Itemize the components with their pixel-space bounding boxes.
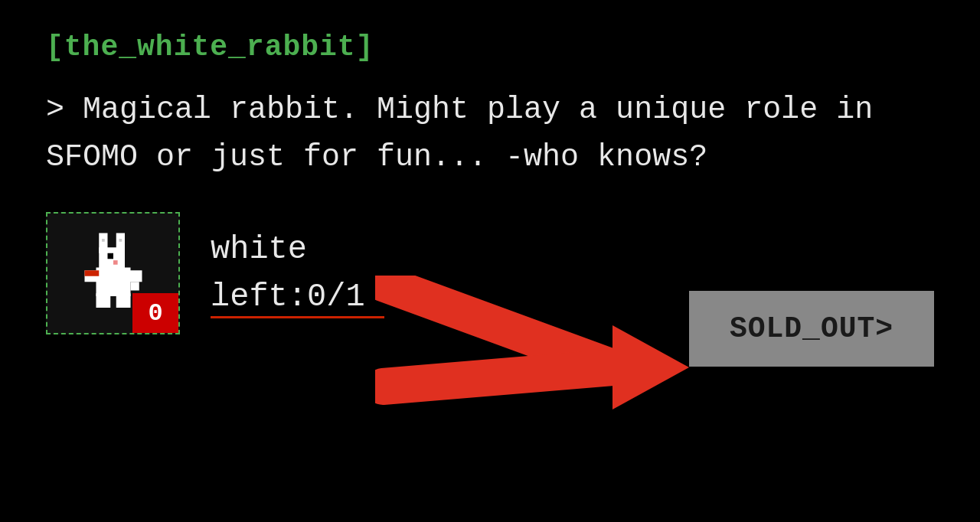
arrow-area: [375, 276, 697, 429]
svg-rect-4: [107, 253, 113, 259]
svg-rect-7: [127, 270, 142, 282]
description-text: > Magical rabbit. Might play a unique ro…: [46, 86, 934, 181]
svg-rect-11: [102, 239, 105, 242]
main-container: [the_white_rabbit] > Magical rabbit. Mig…: [0, 0, 980, 522]
svg-rect-13: [84, 270, 99, 276]
arrow-canvas: [375, 276, 697, 429]
svg-rect-3: [116, 233, 124, 253]
svg-rect-8: [96, 293, 110, 308]
svg-rect-2: [99, 233, 107, 253]
item-name: white: [211, 231, 442, 268]
svg-rect-10: [130, 282, 139, 290]
item-image-wrapper: 0: [46, 212, 180, 334]
svg-rect-12: [119, 239, 122, 242]
svg-rect-5: [113, 260, 118, 265]
count-badge: 0: [132, 293, 178, 333]
sold-out-button[interactable]: SOLD_OUT>: [689, 291, 934, 367]
svg-rect-9: [116, 293, 130, 308]
page-title: [the_white_rabbit]: [46, 31, 934, 64]
svg-rect-0: [96, 268, 130, 297]
